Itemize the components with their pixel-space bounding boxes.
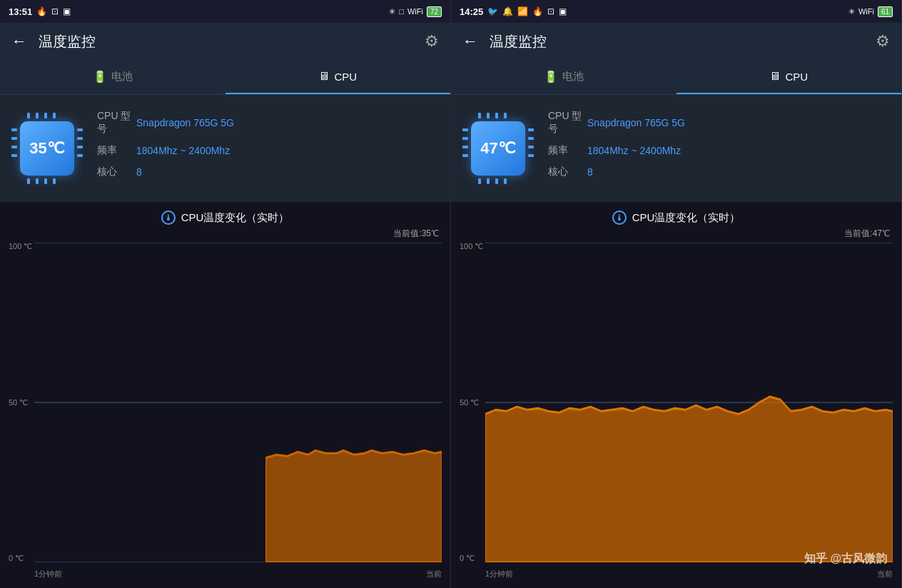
cpu-core-value-1: 8 bbox=[136, 166, 142, 178]
status-fire-icon-1: 🔥 bbox=[36, 6, 47, 16]
app-header-1: ← 温度监控 ⚙ bbox=[0, 23, 450, 60]
pin2-r3 bbox=[528, 146, 534, 148]
phone-panel-1: 13:51 🔥 ⊡ ▣ ✳ □ WiFi 72 ← 温度监控 ⚙ 🔋 电池 🖥 … bbox=[0, 0, 451, 588]
status-right-1: ✳ □ WiFi 72 bbox=[389, 6, 442, 17]
tab-cpu-label-1: CPU bbox=[334, 71, 357, 83]
x-end-1: 当前 bbox=[426, 569, 442, 579]
tab-battery-label-2: 电池 bbox=[562, 70, 584, 83]
chart-title-2: CPU温度变化（实时） bbox=[632, 211, 741, 225]
tab-battery-2[interactable]: 🔋 电池 bbox=[451, 60, 676, 94]
x-end-2: 当前 bbox=[877, 569, 893, 579]
header-left-2: ← 温度监控 bbox=[462, 32, 547, 51]
status-icon-2b: ▣ bbox=[559, 6, 567, 16]
cpu-core-row-1: 核心 8 bbox=[97, 166, 439, 178]
tab-cpu-2[interactable]: 🖥 CPU bbox=[676, 60, 902, 94]
status-icon-2: ⊡ bbox=[51, 6, 59, 16]
tab-battery-label-1: 电池 bbox=[111, 70, 133, 83]
chart-plot-2 bbox=[485, 243, 893, 562]
tab-battery-1[interactable]: 🔋 电池 bbox=[0, 60, 226, 94]
cpu-model-value-1: Snapdragon 765G 5G bbox=[136, 117, 234, 128]
chart-section-1: 🌡 CPU温度变化（实时） 当前值:35℃ 100 ℃ 50 ℃ 0 ℃ bbox=[0, 202, 450, 588]
cpu-freq-label-2: 频率 bbox=[548, 144, 587, 157]
cpu-info-section-2: 47℃ CPU 型号 Snapdragon 765G 5G 频率 1804Mhz… bbox=[451, 95, 901, 202]
bluetooth-icon-2: ✳ bbox=[848, 7, 855, 16]
chart-svg-1 bbox=[34, 243, 442, 562]
cpu-model-value-2: Snapdragon 765G 5G bbox=[587, 117, 685, 128]
pin-l3 bbox=[11, 146, 17, 148]
settings-icon-2[interactable]: ⚙ bbox=[876, 32, 890, 51]
chart-title-1: CPU温度变化（实时） bbox=[181, 211, 290, 225]
signal-bars-2: 📶 bbox=[517, 6, 528, 16]
cpu-chip-inner-2: 47℃ bbox=[471, 121, 525, 176]
pin2-r2 bbox=[528, 137, 534, 140]
cpu-freq-row-1: 频率 1804Mhz ~ 2400Mhz bbox=[97, 144, 439, 157]
pin-b3 bbox=[44, 178, 47, 184]
cpu-freq-label-1: 频率 bbox=[97, 144, 136, 157]
cpu-details-1: CPU 型号 Snapdragon 765G 5G 频率 1804Mhz ~ 2… bbox=[97, 110, 439, 187]
y-axis-2: 100 ℃ 50 ℃ 0 ℃ bbox=[460, 243, 483, 562]
pin2-l3 bbox=[462, 146, 468, 148]
pin-l4 bbox=[11, 154, 17, 157]
pin2-l4 bbox=[462, 154, 468, 157]
pin2-t3 bbox=[495, 113, 498, 118]
cpu-tab-icon-2: 🖥 bbox=[769, 70, 781, 83]
current-value-1: 当前值:35℃ bbox=[6, 228, 445, 240]
chart-header-1: 🌡 CPU温度变化（实时） bbox=[6, 211, 445, 225]
y-mid-1: 50 ℃ bbox=[9, 399, 32, 407]
tab-bar-2: 🔋 电池 🖥 CPU bbox=[451, 60, 901, 95]
pin-l1 bbox=[11, 128, 17, 131]
cpu-temperature-1: 35℃ bbox=[29, 139, 64, 158]
cpu-core-value-2: 8 bbox=[587, 166, 593, 178]
y-min-1: 0 ℃ bbox=[9, 554, 32, 562]
cpu-chip-inner-1: 35℃ bbox=[20, 121, 74, 176]
y-axis-1: 100 ℃ 50 ℃ 0 ℃ bbox=[9, 243, 32, 562]
status-icon-2a: ⊡ bbox=[547, 6, 554, 16]
pin-r3 bbox=[77, 146, 83, 148]
signal-icon-1: □ bbox=[399, 7, 404, 16]
pin2-b3 bbox=[495, 178, 498, 184]
watermark: 知乎 @古风微韵 bbox=[804, 552, 887, 567]
header-left-1: ← 温度监控 bbox=[11, 32, 96, 51]
pin-r4 bbox=[77, 154, 83, 157]
status-icon-3: ▣ bbox=[63, 6, 71, 16]
tab-bar-1: 🔋 电池 🖥 CPU bbox=[0, 60, 450, 95]
chart-plot-1 bbox=[34, 243, 442, 562]
pin-l2 bbox=[11, 137, 17, 140]
status-left-2: 14:25 🐦 🔔 📶 🔥 ⊡ ▣ bbox=[460, 6, 567, 17]
pin-b4 bbox=[53, 178, 56, 184]
wifi-icon-2: WiFi bbox=[858, 7, 874, 16]
chart-area-1: 100 ℃ 50 ℃ 0 ℃ 1分钟前 当前 bbox=[9, 243, 442, 579]
back-button-1[interactable]: ← bbox=[11, 32, 27, 51]
cpu-model-row-2: CPU 型号 Snapdragon 765G 5G bbox=[548, 110, 890, 136]
thermometer-icon-2: 🌡 bbox=[612, 211, 627, 225]
cpu-freq-value-2: 1804Mhz ~ 2400Mhz bbox=[587, 145, 681, 156]
battery-level-2: 61 bbox=[878, 6, 893, 17]
phone-panel-2: 14:25 🐦 🔔 📶 🔥 ⊡ ▣ ✳ WiFi 61 ← 温度监控 ⚙ 🔋 电… bbox=[451, 0, 902, 588]
tab-cpu-label-2: CPU bbox=[785, 71, 808, 83]
battery-tab-icon-1: 🔋 bbox=[93, 70, 107, 83]
status-bar-2: 14:25 🐦 🔔 📶 🔥 ⊡ ▣ ✳ WiFi 61 bbox=[451, 0, 901, 23]
back-button-2[interactable]: ← bbox=[462, 32, 478, 51]
x-axis-1: 1分钟前 当前 bbox=[34, 569, 442, 579]
tab-cpu-1[interactable]: 🖥 CPU bbox=[226, 60, 451, 94]
y-mid-2: 50 ℃ bbox=[460, 399, 483, 407]
settings-icon-1[interactable]: ⚙ bbox=[425, 32, 439, 51]
status-left-1: 13:51 🔥 ⊡ ▣ bbox=[9, 6, 71, 17]
y-max-1: 100 ℃ bbox=[9, 243, 32, 250]
cpu-core-row-2: 核心 8 bbox=[548, 166, 890, 178]
x-start-1: 1分钟前 bbox=[34, 569, 62, 579]
pin-t1 bbox=[27, 113, 30, 118]
page-title-1: 温度监控 bbox=[39, 32, 96, 51]
current-value-2: 当前值:47℃ bbox=[457, 228, 896, 240]
pin-r2 bbox=[77, 137, 83, 140]
battery-tab-icon-2: 🔋 bbox=[544, 70, 558, 83]
pin2-b2 bbox=[487, 178, 490, 184]
cpu-chip-2: 47℃ bbox=[462, 113, 534, 184]
cpu-temperature-2: 47℃ bbox=[480, 139, 515, 158]
cpu-model-label-1: CPU 型号 bbox=[97, 110, 136, 136]
svg-marker-3 bbox=[266, 450, 442, 562]
pin2-b1 bbox=[478, 178, 481, 184]
bird-icon-2: 🐦 bbox=[487, 6, 498, 16]
pin-b1 bbox=[27, 178, 30, 184]
cpu-details-2: CPU 型号 Snapdragon 765G 5G 频率 1804Mhz ~ 2… bbox=[548, 110, 890, 187]
